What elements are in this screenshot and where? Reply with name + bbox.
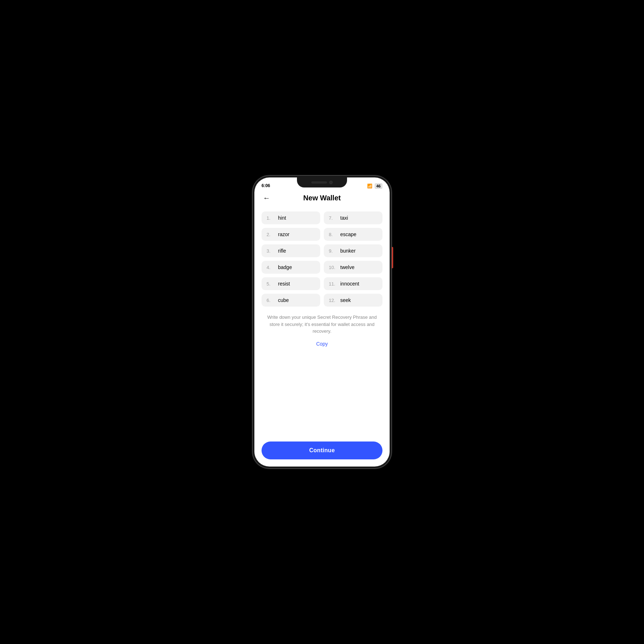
seed-word-item: 2.razor (262, 228, 320, 241)
seed-number: 6. (267, 298, 274, 303)
seed-word-item: 4.badge (262, 261, 320, 274)
seed-word-item: 12.seek (324, 294, 382, 307)
recovery-description: Write down your unique Secret Recovery P… (254, 307, 390, 335)
seed-word-text: cube (278, 297, 289, 303)
seed-phrase-container: 1.hint7.taxi2.razor8.escape3.rifle9.bunk… (254, 206, 390, 307)
seed-number: 3. (267, 248, 274, 254)
seed-number: 11. (329, 281, 337, 287)
seed-word-item: 6.cube (262, 294, 320, 307)
camera (329, 181, 333, 184)
page-title: New Wallet (303, 194, 341, 202)
seed-number: 5. (267, 281, 274, 287)
seed-word-text: seek (340, 297, 351, 303)
seed-word-text: escape (340, 231, 356, 237)
speaker (311, 181, 327, 184)
seed-number: 12. (329, 298, 337, 303)
notch (297, 177, 347, 187)
page-header: ← New Wallet (254, 189, 390, 206)
copy-link-container: Copy (254, 335, 390, 353)
copy-button[interactable]: Copy (316, 341, 328, 347)
continue-button[interactable]: Continue (262, 441, 382, 459)
seed-word-text: taxi (340, 215, 348, 221)
seed-number: 9. (329, 248, 337, 254)
phone-screen: 6:06 📶 46 ← New Wallet (254, 177, 390, 467)
seed-word-text: razor (278, 231, 289, 237)
seed-word-text: hint (278, 215, 286, 221)
wifi-icon: 📶 (367, 184, 372, 189)
seed-number: 1. (267, 215, 274, 221)
seed-word-item: 5.resist (262, 277, 320, 290)
seed-word-text: innocent (340, 281, 359, 287)
seed-number: 8. (329, 232, 337, 237)
seed-number: 7. (329, 215, 337, 221)
seed-grid: 1.hint7.taxi2.razor8.escape3.rifle9.bunk… (262, 211, 382, 307)
seed-word-item: 10.twelve (324, 261, 382, 274)
status-bar: 6:06 📶 46 (254, 177, 390, 189)
seed-number: 4. (267, 265, 274, 270)
continue-bar: Continue (254, 437, 390, 467)
seed-word-item: 1.hint (262, 211, 320, 224)
seed-word-text: twelve (340, 264, 355, 270)
battery-level: 46 (376, 184, 381, 188)
seed-number: 10. (329, 265, 337, 270)
seed-word-text: resist (278, 281, 290, 287)
seed-word-item: 11.innocent (324, 277, 382, 290)
phone-frame: 6:06 📶 46 ← New Wallet (252, 175, 392, 469)
seed-word-item: 8.escape (324, 228, 382, 241)
seed-word-text: bunker (340, 248, 356, 254)
seed-word-item: 7.taxi (324, 211, 382, 224)
seed-number: 2. (267, 232, 274, 237)
time-display: 6:06 (262, 182, 270, 188)
battery-indicator: 46 (375, 183, 382, 189)
app-content: ← New Wallet 1.hint7.taxi2.razor8.escape… (254, 189, 390, 467)
seed-word-item: 3.rifle (262, 244, 320, 257)
seed-word-text: rifle (278, 248, 286, 254)
status-icons: 📶 46 (367, 182, 382, 189)
back-button[interactable]: ← (262, 192, 272, 204)
seed-word-item: 9.bunker (324, 244, 382, 257)
seed-word-text: badge (278, 264, 292, 270)
